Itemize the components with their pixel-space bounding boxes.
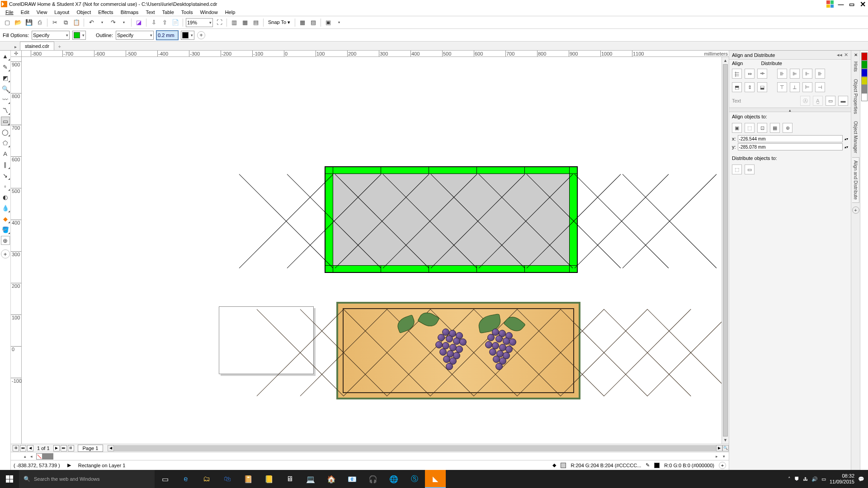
crop-tool-icon[interactable]: ◩ — [1, 73, 10, 82]
docktab-object-manager[interactable]: Object Manager — [852, 118, 859, 156]
distribute-left-icon[interactable]: ⊪ — [777, 69, 787, 79]
transparency-icon[interactable]: ◐ — [1, 192, 10, 202]
x-coord-input[interactable] — [738, 135, 843, 142]
fullscreen-icon[interactable]: ⛶ — [215, 18, 224, 27]
last-page-icon[interactable]: ⏭ — [61, 445, 67, 451]
publish-pdf-icon[interactable]: 📄 — [171, 18, 180, 27]
taskbar-app6-icon[interactable]: 📧 — [342, 470, 363, 488]
horizontal-scrollbar[interactable]: ◀ ▶ 🔍 — [108, 445, 729, 451]
menu-object[interactable]: Object — [73, 9, 94, 15]
menu-bitmaps[interactable]: Bitmaps — [117, 9, 142, 15]
dropshadow-icon[interactable]: ▫ — [1, 182, 10, 191]
docktab-hints[interactable]: Hints — [852, 58, 859, 75]
align-to-page-center-icon[interactable]: ⊡ — [757, 123, 767, 133]
docktab-object-properties[interactable]: Object Properties — [852, 76, 859, 117]
align-right-icon[interactable]: ⬲ — [757, 69, 767, 79]
taskview-icon[interactable]: ▭ — [155, 470, 175, 488]
text-outline-icon[interactable]: ▬ — [838, 96, 848, 106]
distribute-center-v-icon[interactable]: ⊥ — [790, 82, 800, 92]
tray-clock[interactable]: 08:3211/09/2015 — [830, 473, 854, 485]
scroll-down-icon[interactable]: ▼ — [722, 436, 729, 444]
add-page-before-icon[interactable]: ⊞ — [13, 445, 19, 451]
redo-icon[interactable]: ↷ — [108, 18, 118, 27]
menu-file[interactable]: File — [2, 9, 17, 15]
save-icon[interactable]: 💾 — [24, 18, 33, 27]
taskbar-skype-icon[interactable]: Ⓢ — [404, 470, 425, 488]
parallel-dim-icon[interactable]: ∥ — [1, 160, 10, 169]
palette-up-icon[interactable]: ▴ — [22, 453, 28, 460]
doctab-stained[interactable]: stained.cdr — [20, 42, 54, 50]
colorstrip-swatch[interactable] — [861, 61, 868, 69]
taskbar-app7-icon[interactable]: 🎧 — [363, 470, 383, 488]
taskbar-app2-icon[interactable]: 📒 — [259, 470, 279, 488]
taskbar-app1-icon[interactable]: 📔 — [238, 470, 259, 488]
no-color-swatch[interactable] — [36, 453, 42, 460]
outline-width-input[interactable]: 0.2 mm — [156, 31, 178, 40]
vertical-scrollbar[interactable]: ▲ ▼ — [722, 57, 729, 444]
distribute-right-icon[interactable]: ⊪ — [815, 69, 825, 79]
new-icon[interactable]: ▢ — [3, 18, 12, 27]
add-preset-icon[interactable]: + — [197, 31, 205, 39]
fill-mode-combo[interactable]: Specify — [32, 31, 70, 40]
open-icon[interactable]: 📂 — [14, 18, 23, 27]
menu-tools[interactable]: Tools — [178, 9, 197, 15]
grid-icon[interactable]: ▦ — [241, 18, 250, 27]
distribute-to-page-icon[interactable]: ▭ — [745, 164, 755, 174]
cut-icon[interactable]: ✂ — [50, 18, 59, 27]
align-top-icon[interactable]: ⬒ — [732, 82, 742, 92]
scroll-left-icon[interactable]: ◀ — [108, 445, 114, 451]
search-content-icon[interactable]: ◪ — [134, 18, 143, 27]
status-add-icon[interactable]: + — [719, 462, 726, 469]
horizontal-ruler[interactable]: ✢ -800-700-600-500-400-300-200-100010020… — [11, 51, 729, 57]
toolbox-add-icon[interactable]: + — [1, 249, 10, 258]
object-green-frame[interactable] — [325, 166, 578, 273]
guidelines-icon[interactable]: ▤ — [251, 18, 260, 27]
outline-mode-combo[interactable]: Specify — [116, 31, 154, 40]
tray-network-icon[interactable]: 🖧 — [803, 476, 808, 482]
first-page-icon[interactable]: ⏮ — [20, 445, 26, 451]
align-center-h-icon[interactable]: ⇔ — [745, 69, 755, 79]
align-center-v-icon[interactable]: ⇕ — [745, 82, 755, 92]
shape-tool-icon[interactable]: ✎ — [1, 62, 10, 71]
docktab-align-distribute[interactable]: Align and Distribute — [852, 157, 859, 203]
palette-left-icon[interactable]: ◂ — [28, 453, 34, 460]
ruler-icon[interactable]: ▥ — [230, 18, 239, 27]
paste-icon[interactable]: 📋 — [72, 18, 81, 27]
zoom-slider-icon[interactable]: 🔍 — [722, 445, 729, 451]
tray-shield-icon[interactable]: ⛊ — [794, 476, 799, 482]
interactive-fill-icon[interactable]: ◆ — [1, 214, 10, 223]
connector-icon[interactable]: ↘ — [1, 171, 10, 180]
menu-text[interactable]: Text — [142, 9, 158, 15]
colorstrip-swatch[interactable] — [861, 77, 868, 85]
text-box-icon[interactable]: ▭ — [826, 96, 835, 106]
docker-expand-icon[interactable]: ✕ — [854, 52, 858, 57]
print-icon[interactable]: ⎙ — [35, 18, 44, 27]
docktab-add-icon[interactable]: + — [852, 206, 859, 214]
menu-layout[interactable]: Layout — [51, 9, 73, 15]
tray-up-icon[interactable]: ˄ — [788, 476, 791, 482]
menu-window[interactable]: Window — [197, 9, 222, 15]
canvas[interactable] — [22, 57, 722, 444]
menu-view[interactable]: View — [33, 9, 51, 15]
colorstrip-swatch[interactable] — [861, 69, 868, 77]
align-left-icon[interactable]: ⬱ — [732, 69, 742, 79]
rectangle-tool-icon[interactable]: ▭ — [1, 117, 10, 126]
distribute-to-selection-icon[interactable]: ⬚ — [732, 164, 742, 174]
palette-right-icon[interactable]: ▸ — [713, 453, 720, 460]
text-tool-icon[interactable]: A — [1, 149, 10, 158]
outline-color-combo[interactable] — [181, 31, 194, 40]
taskbar-explorer-icon[interactable]: 🗂 — [196, 470, 217, 488]
launch-icon[interactable]: ▨ — [309, 18, 318, 27]
menu-help[interactable]: Help — [222, 9, 239, 15]
distribute-spacing-v-icon[interactable]: ⊢ — [802, 82, 812, 92]
copy-icon[interactable]: ⧉ — [61, 18, 70, 27]
taskbar-edge-icon[interactable]: e — [175, 470, 196, 488]
align-to-point-icon[interactable]: ⊕ — [783, 123, 793, 133]
menu-edit[interactable]: Edit — [17, 9, 33, 15]
palette-swatch[interactable] — [52, 453, 53, 460]
snapto-dropdown[interactable]: Snap To ▾ — [266, 19, 292, 25]
distribute-center-h-icon[interactable]: ⊫ — [790, 69, 800, 79]
fill-color-combo[interactable] — [72, 31, 86, 40]
start-button[interactable] — [0, 470, 19, 488]
redo-dropdown-icon[interactable]: ▾ — [119, 18, 128, 27]
